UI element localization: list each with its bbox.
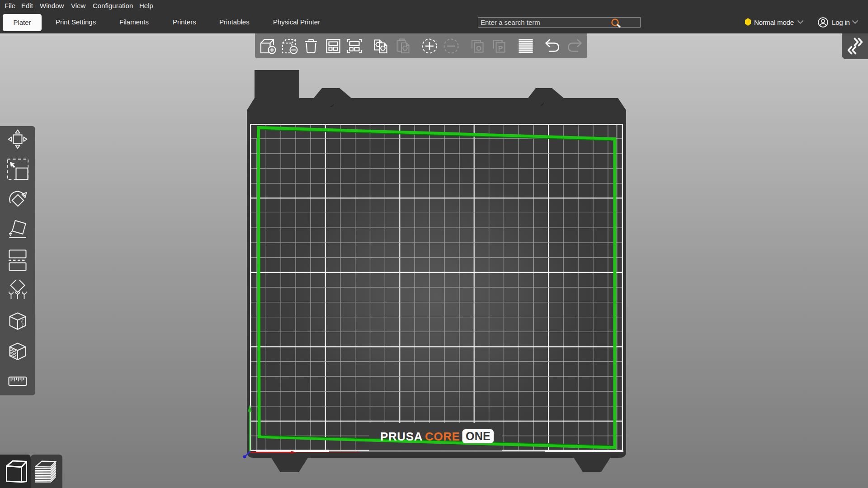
svg-text:P: P [498,44,503,52]
svg-text:CORE: CORE [425,430,460,443]
svg-text:O: O [476,44,481,52]
svg-text:ONE: ONE [466,430,491,442]
svg-text:PRUSA: PRUSA [380,430,423,443]
